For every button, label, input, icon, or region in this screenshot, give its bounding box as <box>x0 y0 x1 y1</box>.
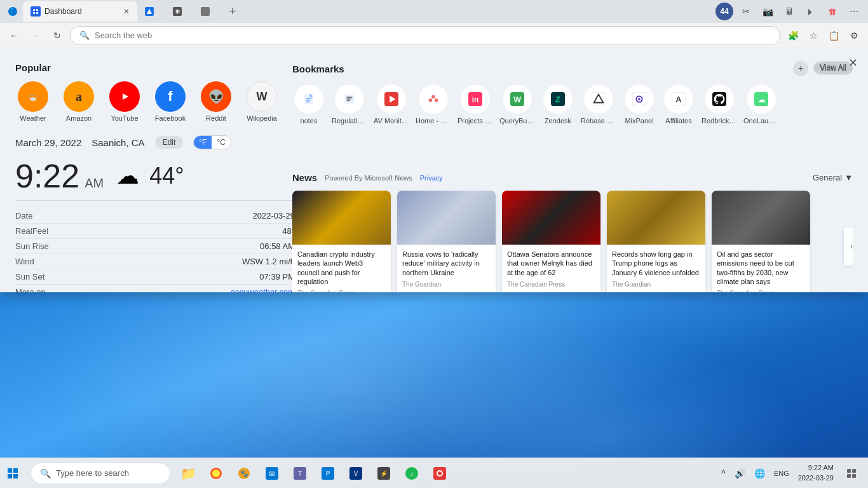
tab-4[interactable] <box>196 1 221 22</box>
search-input[interactable] <box>95 30 771 40</box>
news-card-article-1[interactable]: Canadian crypto industry leaders launch … <box>292 191 391 292</box>
bookmark-icon-affiliates[interactable]: A Affiliates <box>662 84 695 125</box>
bookmarks-section: Bookmarks + View All notes Regulations A… <box>292 61 853 125</box>
close-dashboard-button[interactable]: ✕ <box>848 56 858 70</box>
tab-3[interactable]: ⊞ <box>168 1 193 22</box>
profile-button[interactable]: 44 <box>715 3 733 20</box>
taskbar-app-4[interactable]: ✉ <box>259 461 285 486</box>
privacy-link[interactable]: Privacy <box>420 174 443 182</box>
bookmarks-icons-row: notes Regulations AV Monitoring Home - A… <box>292 84 853 125</box>
settings-icon[interactable]: ⚙ <box>845 27 863 44</box>
more-options-icon[interactable]: ⋯ <box>845 3 863 20</box>
tab-dashboard[interactable]: Dashboard ✕ <box>23 1 137 22</box>
tray-volume-icon[interactable]: 🔊 <box>732 466 748 481</box>
tab-close-btn[interactable]: ✕ <box>123 7 130 16</box>
tray-clock[interactable]: 9:22 AM 2022-03-29 <box>796 463 836 483</box>
tray-network-icon[interactable]: 🌐 <box>752 466 768 481</box>
svg-rect-37 <box>13 468 18 473</box>
bookmarks-view-all-button[interactable]: View All <box>813 62 853 75</box>
taskbar-app-9[interactable]: ♪ <box>399 461 424 486</box>
bookmark-icon-mixpanel[interactable]: MixPanel <box>623 84 656 125</box>
taskbar-app-1[interactable]: 📁 <box>175 461 201 486</box>
scissors-icon[interactable]: ✂ <box>737 3 755 20</box>
taskbar-app-2[interactable] <box>203 461 229 486</box>
fahrenheit-button[interactable]: °F <box>194 136 212 149</box>
popular-icon-reddit[interactable]: 👽 Reddit <box>198 81 234 123</box>
notification-center-button[interactable] <box>840 462 863 485</box>
popular-icon-amazon[interactable]: a Amazon <box>61 81 97 123</box>
svg-point-58 <box>438 471 442 475</box>
favorites-icon[interactable]: ☆ <box>804 27 822 44</box>
bookmark-icon-onelaunch[interactable]: ☁ OneLaunch Release Trac... <box>743 84 779 125</box>
divider <box>15 200 295 201</box>
av-monitoring-icon <box>376 84 407 114</box>
celsius-button[interactable]: °C <box>212 136 230 149</box>
bookmark-icon-zendesk[interactable]: Z Zendesk <box>541 84 574 125</box>
camera-icon[interactable]: 📷 <box>759 3 776 20</box>
edit-location-button[interactable]: Edit <box>155 136 184 149</box>
news-category-dropdown[interactable]: General ▼ <box>813 173 853 182</box>
youtube-icon <box>109 81 140 112</box>
start-button[interactable] <box>0 461 25 486</box>
news-card-image-article-1 <box>292 191 391 245</box>
regulations-icon <box>334 84 365 114</box>
weather-icon: ☁ <box>116 163 139 189</box>
taskbar-app-6[interactable]: P <box>315 461 341 486</box>
taskbar-app-5[interactable]: T <box>287 461 313 486</box>
taskbar-search[interactable]: 🔍 Type here to search <box>31 463 170 484</box>
profile-avatar[interactable]: 44 <box>715 3 733 20</box>
news-card-body-article-5: Oil and gas sector emissions need to be … <box>712 245 810 292</box>
wikipedia-icon: W <box>247 81 277 112</box>
clock-ampm: AM <box>85 176 104 191</box>
taskbar-app-3[interactable]: 🐾 <box>231 461 257 486</box>
bookmark-icon-redbrick-git[interactable]: Redbrick Git <box>702 84 737 125</box>
news-card-article-5[interactable]: Oil and gas sector emissions need to be … <box>712 191 810 292</box>
calculator-icon[interactable]: 🖩 <box>780 3 798 20</box>
news-card-article-3[interactable]: Ottawa Senators announce that owner Meln… <box>502 191 600 292</box>
new-tab-button[interactable]: + <box>224 3 241 20</box>
forward-button[interactable]: → <box>27 27 44 44</box>
taskbar-app-10[interactable] <box>427 461 452 486</box>
bookmark-icon-querybuilder[interactable]: W QueryBuilder <box>499 84 535 125</box>
bookmark-icon-regulations[interactable]: Regulations <box>332 84 367 125</box>
refresh-button[interactable]: ↻ <box>48 27 66 44</box>
tab-2[interactable] <box>140 1 165 22</box>
news-card-source-article-1: The Canadian Press <box>297 290 386 292</box>
notes-label: notes <box>301 117 318 125</box>
taskbar-app-8[interactable]: ⚡ <box>371 461 397 486</box>
accuweather-link[interactable]: accuweather.com <box>231 287 295 292</box>
trash-icon[interactable]: 🗑 <box>824 3 841 20</box>
zendesk-label: Zendesk <box>545 117 571 125</box>
back-button[interactable]: ← <box>5 27 23 44</box>
news-card-article-2[interactable]: Russia vows to 'radically reduce' milita… <box>397 191 496 292</box>
bookmark-icon-av-monitoring[interactable]: AV Monitoring <box>374 84 409 125</box>
add-bookmark-button[interactable]: + <box>793 61 808 76</box>
rebase-kanban-label: Rebase Kanban - A... <box>581 117 616 125</box>
taskbar-app-7[interactable]: V <box>343 461 369 486</box>
collections-icon[interactable]: 📋 <box>825 27 843 44</box>
tray-chevron-icon[interactable]: ^ <box>719 466 728 481</box>
mixpanel-icon <box>624 84 654 114</box>
news-scroll-right-button[interactable]: › <box>844 227 853 266</box>
popular-icon-weather[interactable]: Weather <box>15 81 51 123</box>
bookmark-icon-notes[interactable]: notes <box>292 84 325 125</box>
bookmark-icon-projects-invision[interactable]: in Projects - InVision <box>458 84 493 125</box>
av-monitoring-label: AV Monitoring <box>374 117 409 125</box>
news-card-image-article-2 <box>397 191 496 245</box>
popular-icon-youtube[interactable]: YouTube <box>107 81 142 123</box>
news-card-article-4[interactable]: Records show long gap in Trump phone log… <box>607 191 705 292</box>
bookmark-icon-home-asana[interactable]: Home - Asana <box>416 84 451 125</box>
taskbar-tray: ^ 🔊 🌐 ENG 9:22 AM 2022-03-29 <box>714 462 868 485</box>
address-bar[interactable]: 🔍 <box>70 26 780 45</box>
svg-point-30 <box>638 98 641 100</box>
extensions-icon[interactable]: 🧩 <box>784 27 802 44</box>
popular-icon-wikipedia[interactable]: W Wikipedia <box>244 81 280 123</box>
time-weather-row: 9:22 AM ☁ 44° <box>15 154 295 198</box>
tab-3-icon: ⊞ <box>173 7 182 16</box>
media-icon[interactable]: ⏵ <box>802 3 820 20</box>
chevron-down-icon: ▼ <box>844 173 853 182</box>
bookmark-icon-rebase-kanban[interactable]: Rebase Kanban - A... <box>581 84 616 125</box>
browser-logo <box>5 4 20 19</box>
popular-icon-facebook[interactable]: f Facebook <box>153 81 188 123</box>
news-card-body-article-4: Records show long gap in Trump phone log… <box>607 245 705 292</box>
